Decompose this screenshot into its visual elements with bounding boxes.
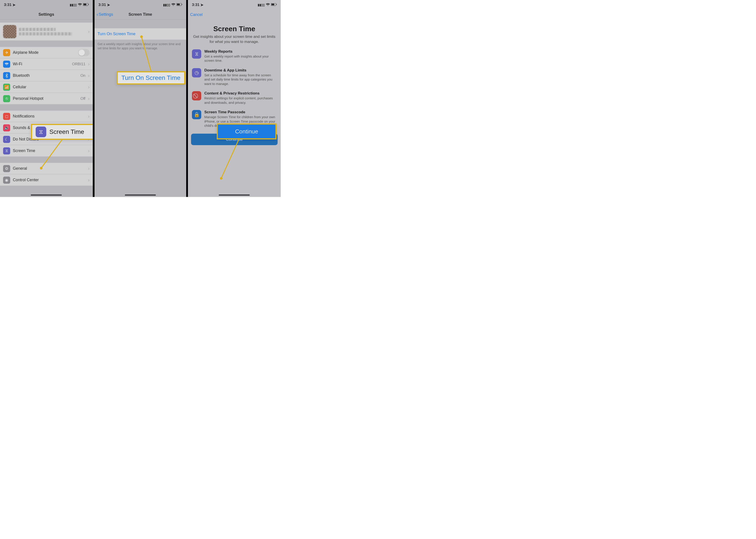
location-icon: ➤ [107,3,110,7]
row-label: Cellular [13,85,85,89]
chevron-left-icon: ‹ [97,12,98,17]
hotspot-row[interactable]: ⎋ Personal Hotspot Off › [0,93,93,105]
cellular-row[interactable]: 📶 Cellular › [0,81,93,93]
general-row[interactable]: ⚙ General › [0,163,93,174]
chevron-right-icon: › [88,148,90,153]
lock-icon: 🔒 [192,110,201,119]
hotspot-icon: ⎋ [3,95,10,102]
signal-icon: ▮▮▯▯ [70,3,77,7]
status-time: 3:31 [192,3,200,7]
svg-rect-6 [177,4,180,5]
chevron-right-icon: › [88,96,90,101]
nav-bar: ‹ Settings Screen Time [95,10,186,20]
apple-id-row[interactable]: › [0,23,93,41]
location-icon: ➤ [12,3,16,7]
status-bar: 3:31 ➤ ▮▮▯▯ [188,0,281,10]
feature-title: Downtime & App Limits [204,68,277,73]
hourglass-icon: ⧖ [192,49,201,59]
row-label: Wi-Fi [13,62,69,66]
cancel-label: Cancel [190,12,203,17]
wifi-icon [3,61,10,68]
callout-screen-time: ⧖ Screen Time [31,124,94,140]
airplane-icon: ✈ [3,49,10,56]
hourglass-icon: ⧖ [36,126,46,137]
home-indicator[interactable] [219,194,250,195]
feature-downtime: ◷ Downtime & App LimitsSet a schedule fo… [191,65,278,89]
headline: Screen Time [191,25,278,33]
feature-desc: Restrict settings for explicit content, … [204,96,277,105]
svg-rect-1 [83,4,86,5]
callout-label: Turn On Screen Time [121,74,180,81]
row-label: General [13,166,85,171]
wifi-icon [266,3,270,7]
nav-bar: Cancel [188,10,281,20]
feature-desc: Get a weekly report with insights about … [204,54,277,63]
row-label: Turn On Screen Time [98,32,183,36]
callout-label: Screen Time [49,128,84,135]
row-label: Screen Time [13,148,85,153]
home-indicator[interactable] [125,194,156,195]
feature-restrictions: ⃠ Content & Privacy RestrictionsRestrict… [191,89,278,107]
bluetooth-row[interactable]: Bluetooth On › [0,70,93,81]
nav-bar: Settings [0,10,93,20]
row-label: Bluetooth [13,73,78,78]
wifi-icon [171,3,175,7]
clock-icon: ◷ [192,68,201,77]
svg-rect-2 [88,4,89,5]
avatar [3,25,16,38]
notifications-icon: ◻ [3,113,10,120]
wifi-icon [78,3,82,7]
cellular-icon: 📶 [3,84,10,91]
location-icon: ➤ [200,3,204,7]
signal-icon: ▮▮▯▯ [163,3,170,7]
control-center-icon: ◉ [3,177,10,184]
svg-rect-11 [271,4,274,5]
back-button[interactable]: ‹ Settings [97,12,113,17]
chevron-right-icon: › [88,61,90,67]
row-label: Notifications [13,114,85,118]
notifications-row[interactable]: ◻ Notifications › [0,111,93,122]
status-time: 3:31 [99,3,106,7]
battery-icon [83,3,89,7]
row-label: Personal Hotspot [13,96,78,101]
status-time: 3:31 [4,3,12,7]
chevron-right-icon: › [88,85,90,90]
svg-rect-7 [182,4,182,5]
phone-screen-time: 3:31 ➤ ▮▮▯▯ ‹ Settings Screen Time Turn … [94,0,187,197]
row-label: Control Center [13,178,85,182]
page-title: Screen Time [128,12,152,17]
chevron-right-icon: › [88,178,90,183]
signal-icon: ▮▮▯▯ [258,3,265,7]
airplane-toggle[interactable] [78,49,90,56]
chevron-right-icon: › [88,73,90,78]
battery-icon [271,3,277,7]
feature-title: Weekly Reports [204,49,277,54]
feature-title: Content & Privacy Restrictions [204,91,277,96]
hourglass-icon: ⧖ [3,147,10,154]
gear-icon: ⚙ [3,165,10,172]
no-entry-icon: ⃠ [192,91,201,101]
chevron-right-icon: › [88,29,90,34]
wifi-row[interactable]: Wi-Fi ORBI11 › [0,58,93,70]
footer-text: Get a weekly report with insights about … [95,40,186,50]
battery-icon [176,3,182,7]
row-label: Airplane Mode [13,50,75,55]
page-title: Settings [39,12,54,17]
svg-point-14 [220,177,222,180]
subtitle: Get insights about your screen time and … [191,34,278,47]
phone-intro: 3:31 ➤ ▮▮▯▯ Cancel Screen Time Get insig… [187,0,281,197]
cancel-button[interactable]: Cancel [190,12,203,17]
control-center-row[interactable]: ◉ Control Center › [0,174,93,186]
svg-rect-12 [276,4,277,5]
svg-line-13 [221,139,239,178]
feature-desc: Set a schedule for time away from the sc… [204,73,277,86]
home-indicator[interactable] [31,194,62,195]
airplane-mode-row[interactable]: ✈ Airplane Mode [0,47,93,58]
chevron-right-icon: › [88,114,90,119]
feature-title: Screen Time Passcode [204,110,277,115]
feature-weekly-reports: ⧖ Weekly ReportsGet a weekly report with… [191,47,278,65]
screen-time-row[interactable]: ⧖ Screen Time › [0,145,93,157]
callout-label: Continue [235,128,258,135]
turn-on-row[interactable]: Turn On Screen Time [95,28,186,40]
bluetooth-icon [3,72,10,79]
